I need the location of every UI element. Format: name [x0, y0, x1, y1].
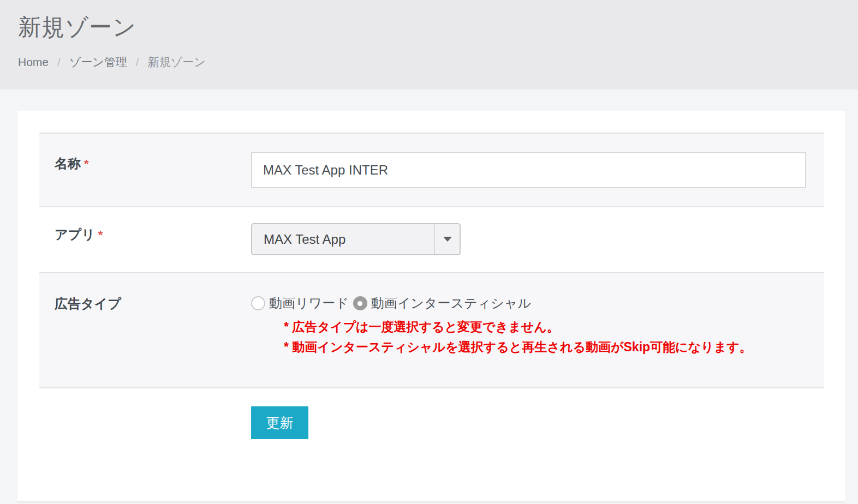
page-title: 新規ゾーン	[18, 12, 840, 43]
submit-label-cell	[39, 406, 251, 439]
app-select[interactable]: MAX Test App	[251, 223, 461, 255]
app-select-arrow-box[interactable]	[434, 224, 460, 254]
app-label: アプリ	[55, 227, 95, 242]
chevron-down-icon	[443, 237, 452, 242]
adtype-label-cell: 広告タイプ	[39, 295, 251, 357]
form-row-adtype: 広告タイプ 動画リワード 動画インタースティシャル * 広告タイプは一度選択する…	[39, 272, 824, 387]
form-row-name: 名称*	[39, 133, 824, 206]
breadcrumb-separator: /	[136, 56, 139, 69]
app-control-cell: MAX Test App	[251, 223, 824, 255]
form-row-app: アプリ* MAX Test App	[39, 206, 824, 272]
radio-label-video-interstitial: 動画インタースティシャル	[371, 295, 531, 312]
submit-control-cell: 更新	[251, 406, 824, 439]
required-asterisk: *	[98, 228, 103, 242]
breadcrumb-home[interactable]: Home	[18, 56, 49, 69]
radio-option-video-interstitial[interactable]: 動画インタースティシャル	[353, 295, 531, 312]
adtype-note-2: * 動画インタースティシャルを選択すると再生される動画がSkip可能になります。	[284, 337, 824, 357]
adtype-notes: * 広告タイプは一度選択すると変更できません。 * 動画インタースティシャルを選…	[284, 317, 824, 357]
radio-button-unchecked[interactable]	[251, 296, 265, 310]
breadcrumb-zone-management[interactable]: ゾーン管理	[69, 55, 127, 70]
radio-button-checked[interactable]	[353, 296, 367, 310]
name-label-cell: 名称*	[39, 152, 251, 188]
form-row-submit: 更新	[39, 387, 824, 501]
app-select-value: MAX Test App	[252, 224, 434, 254]
app-label-cell: アプリ*	[39, 223, 251, 255]
adtype-label: 広告タイプ	[55, 296, 121, 311]
adtype-control-cell: 動画リワード 動画インタースティシャル * 広告タイプは一度選択すると変更できま…	[251, 295, 824, 357]
radio-label-video-reward: 動画リワード	[269, 295, 349, 312]
adtype-note-1: * 広告タイプは一度選択すると変更できません。	[284, 317, 824, 337]
radio-option-video-reward[interactable]: 動画リワード	[251, 295, 349, 312]
breadcrumb: Home / ゾーン管理 / 新規ゾーン	[18, 55, 840, 70]
form-card: 名称* アプリ* MAX Test App 広告	[17, 111, 845, 501]
adtype-radio-group: 動画リワード 動画インタースティシャル	[251, 295, 824, 312]
breadcrumb-current-page: 新規ゾーン	[148, 55, 206, 70]
name-control-cell	[251, 152, 824, 188]
breadcrumb-separator: /	[57, 56, 61, 69]
required-asterisk: *	[84, 157, 89, 171]
update-button[interactable]: 更新	[251, 406, 308, 439]
name-label: 名称	[55, 156, 81, 171]
name-input[interactable]	[251, 152, 806, 188]
main-content: 名称* アプリ* MAX Test App 広告	[0, 89, 858, 504]
page-header: 新規ゾーン Home / ゾーン管理 / 新規ゾーン	[0, 0, 858, 89]
